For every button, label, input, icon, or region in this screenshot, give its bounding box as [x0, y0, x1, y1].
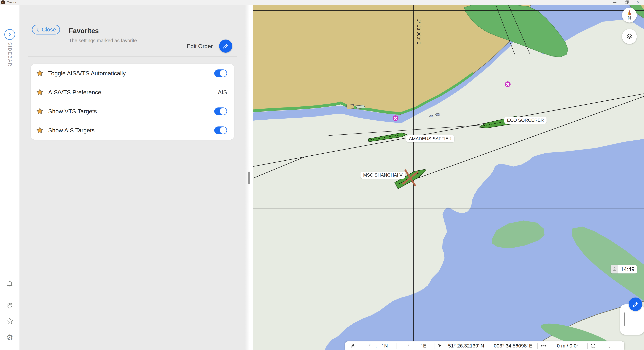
setting-label: Toggle AIS/VTS Automatically: [48, 70, 214, 77]
own-ship-icon: [350, 343, 356, 349]
chevron-right-icon: [7, 32, 12, 37]
cursor-arrow-icon: [437, 343, 442, 348]
show-vts-targets-switch[interactable]: [214, 108, 227, 115]
panel-title: Favorites: [69, 27, 99, 35]
window-controls: ✕: [609, 0, 644, 5]
setting-row-show-ais-targets[interactable]: Show AIS Targets: [31, 121, 234, 140]
close-window-button[interactable]: ✕: [632, 0, 644, 5]
sun-segment[interactable]: [610, 265, 618, 273]
edit-order-label: Edit Order: [187, 43, 213, 50]
toggle-knob: [220, 108, 226, 115]
own-ship-status-icon: [348, 343, 358, 349]
statusbar-divider: [434, 343, 434, 349]
north-arrow-icon: [626, 10, 632, 16]
panel-resize-strip[interactable]: [245, 5, 253, 350]
show-ais-targets-switch[interactable]: [214, 127, 227, 134]
settings-button[interactable]: ⚙: [6, 333, 13, 342]
favorites-settings-card: Toggle AIS/VTS Automatically AIS/VTS Pre…: [31, 64, 234, 140]
favorite-star-icon: [36, 127, 44, 134]
range-bearing-value: 0 m / 0.0°: [549, 343, 587, 349]
qastor-app-window: Q Qastor ✕ SIDEBAR: [0, 0, 644, 350]
close-window-icon: ✕: [636, 1, 640, 5]
clock-widget[interactable]: 14:49: [610, 265, 637, 273]
boat-star-icon: [6, 302, 14, 310]
bell-icon: [6, 280, 13, 288]
compass-north-label: N: [628, 15, 631, 21]
vessel-label-amadeus-saffier[interactable]: AMADEUS SAFFIER: [406, 135, 454, 142]
gear-icon: ⚙: [6, 333, 13, 342]
pilot-boat-button[interactable]: [6, 302, 14, 310]
favorite-star-icon: [36, 108, 44, 115]
toggle-ais-vts-switch[interactable]: [214, 70, 227, 77]
ais-vts-preference-value: AIS: [218, 89, 227, 96]
setting-label: AIS/VTS Preference: [48, 89, 218, 96]
notifications-button[interactable]: [6, 280, 13, 288]
setting-label: Show AIS Targets: [48, 127, 214, 134]
minimize-icon: [613, 2, 616, 3]
statusbar-divider: [587, 343, 588, 349]
panel-subtitle: The settings marked as favorite: [69, 38, 137, 43]
star-outline-icon: [6, 317, 14, 325]
layers-icon: [626, 33, 633, 40]
sunrise-icon: [612, 267, 617, 272]
favorites-button[interactable]: [6, 317, 14, 325]
statusbar-divider: [396, 343, 396, 349]
chart-map[interactable]: 3° 38.000' E: [253, 5, 644, 350]
favorite-star-icon: [36, 70, 44, 77]
clock-icon: [590, 343, 596, 348]
own-latitude: --° --,---' N: [358, 343, 396, 349]
clock-time: 14:49: [618, 265, 637, 273]
nautical-chart: 3° 38.000' E: [253, 5, 644, 350]
cursor-longitude: 003° 34.56098' E: [490, 343, 536, 349]
header-divider: [28, 56, 237, 57]
double-arrow-icon: [540, 343, 546, 349]
cursor-latitude: 51° 26.32139' N: [444, 343, 488, 349]
edit-order-button[interactable]: [219, 40, 232, 53]
edit-order-row: Edit Order: [187, 40, 232, 53]
expand-sidebar-button[interactable]: [4, 29, 15, 40]
vessel-label-eco-sorcerer[interactable]: ECO SORCERER: [504, 117, 546, 124]
favorite-star-icon: [36, 89, 44, 96]
maximize-button[interactable]: [620, 0, 632, 5]
left-rail: SIDEBAR ⚙: [0, 5, 20, 350]
chevron-left-icon: [36, 27, 40, 32]
title-bar: Q Qastor ✕: [0, 0, 644, 5]
setting-row-show-vts-targets[interactable]: Show VTS Targets: [31, 102, 234, 121]
map-edit-button[interactable]: [629, 297, 642, 311]
app-title: Qastor: [7, 1, 16, 4]
chart-marker: [505, 81, 510, 87]
panel-drag-bar[interactable]: [624, 312, 625, 326]
minimize-button[interactable]: [609, 0, 620, 5]
range-bearing-status-icon: [538, 343, 549, 349]
layers-button[interactable]: [622, 29, 637, 44]
cursor-status-icon: [435, 343, 444, 348]
rail-divider: [2, 295, 17, 295]
own-longitude: --° --,---' E: [397, 343, 434, 349]
statusbar-divider: [489, 343, 489, 349]
panel-resize-handle[interactable]: [248, 172, 250, 184]
maximize-icon: [625, 1, 628, 4]
pencil-icon: [222, 43, 229, 50]
toggle-knob: [220, 70, 226, 77]
close-panel-button[interactable]: Close: [32, 25, 60, 35]
favorites-panel: Close Favorites The settings marked as f…: [20, 5, 245, 350]
pencil-icon: [632, 301, 639, 308]
setting-row-ais-vts-preference[interactable]: AIS/VTS Preference AIS: [31, 83, 234, 102]
eta-value: ---: --: [598, 343, 621, 349]
position-status-bar: --° --,---' N --° --,---' E 51° 26.32139…: [345, 341, 624, 350]
chart-marker: [392, 115, 398, 121]
sidebar-vertical-label: SIDEBAR: [7, 42, 12, 67]
statusbar-divider: [537, 343, 538, 349]
vessel-label-msc-shanghai[interactable]: MSC SHANGHAI V: [360, 172, 405, 179]
setting-label: Show VTS Targets: [48, 108, 214, 115]
compass-button[interactable]: N: [622, 8, 637, 23]
close-panel-label: Close: [42, 27, 56, 33]
setting-row-toggle-ais-vts[interactable]: Toggle AIS/VTS Automatically: [31, 64, 234, 83]
app-logo-icon: Q: [1, 0, 5, 4]
toggle-knob: [220, 127, 226, 134]
eta-status-icon: [588, 343, 598, 348]
meridian-label: 3° 38.000' E: [416, 19, 421, 44]
